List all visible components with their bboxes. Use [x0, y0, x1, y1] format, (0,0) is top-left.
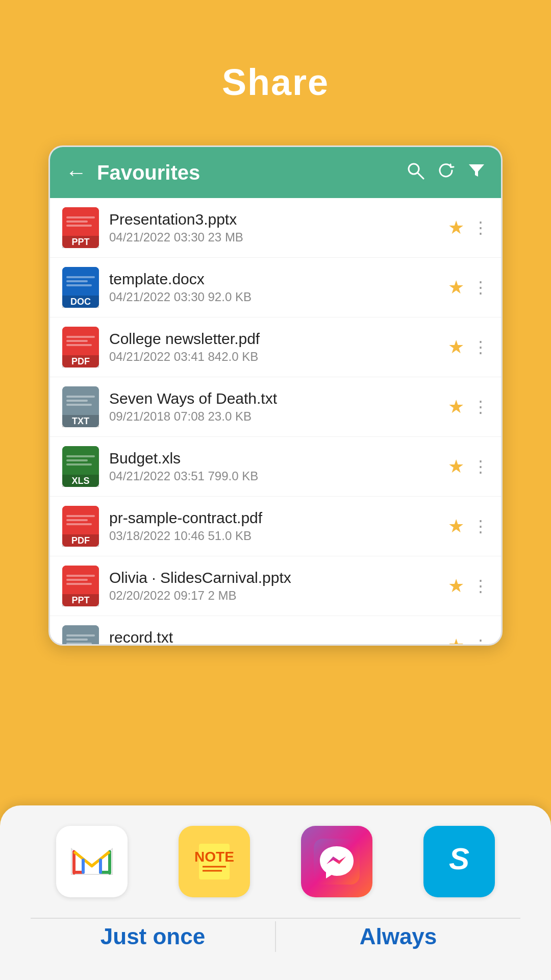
file-item[interactable]: XLS Budget.xls04/21/2022 03:51 799.0 KB★…	[50, 437, 501, 497]
file-info: Budget.xls04/21/2022 03:51 799.0 KB	[109, 450, 438, 483]
file-name: Presentation3.pptx	[109, 211, 438, 228]
file-type-icon: PPT	[62, 566, 99, 606]
button-row: Just once Always	[31, 919, 520, 954]
page-title: Share	[0, 0, 551, 103]
file-type-icon: TXT	[62, 386, 99, 427]
file-meta: 03/18/2022 10:46 51.0 KB	[109, 529, 438, 543]
star-icon[interactable]: ★	[448, 635, 464, 644]
star-icon[interactable]: ★	[448, 277, 464, 298]
gmail-icon	[56, 826, 128, 897]
refresh-icon[interactable]	[437, 161, 455, 184]
app-gmail[interactable]	[56, 826, 128, 897]
file-type-icon: PPT	[62, 207, 99, 248]
file-name: pr-sample-contract.pdf	[109, 509, 438, 527]
star-icon[interactable]: ★	[448, 336, 464, 358]
file-type-icon: XLS	[62, 446, 99, 487]
search-icon[interactable]	[406, 161, 424, 184]
star-icon[interactable]: ★	[448, 217, 464, 238]
file-info: record.txt11/04/2021 05:08 0.0 KB	[109, 629, 438, 644]
more-options-icon[interactable]: ⋮	[472, 337, 489, 357]
svg-rect-46	[66, 639, 88, 641]
fm-header: ← Favourites	[50, 147, 501, 198]
file-meta: 04/21/2022 03:30 23 MB	[109, 230, 438, 244]
more-options-icon[interactable]: ⋮	[472, 636, 489, 644]
svg-text:PDF: PDF	[71, 356, 90, 366]
svg-text:TXT: TXT	[72, 416, 89, 426]
file-item[interactable]: TXT record.txt11/04/2021 05:08 0.0 KB★⋮	[50, 616, 501, 644]
svg-rect-10	[66, 280, 88, 282]
svg-rect-40	[66, 579, 88, 581]
svg-text:NOTE: NOTE	[194, 849, 234, 865]
star-icon[interactable]: ★	[448, 396, 464, 418]
file-meta: 02/20/2022 09:17 2 MB	[109, 589, 438, 603]
svg-text:PPT: PPT	[71, 595, 89, 605]
file-name: Budget.xls	[109, 450, 438, 467]
file-info: pr-sample-contract.pdf03/18/2022 10:46 5…	[109, 509, 438, 543]
more-options-icon[interactable]: ⋮	[472, 278, 489, 297]
file-item[interactable]: DOC template.docx04/21/2022 03:30 92.0 K…	[50, 258, 501, 317]
svg-rect-15	[66, 336, 95, 338]
app-icons-row: NOTE	[31, 826, 520, 897]
star-icon[interactable]: ★	[448, 575, 464, 597]
fm-title: Favourites	[97, 161, 396, 184]
file-name: Seven Ways of Death.txt	[109, 390, 438, 407]
file-info: Presentation3.pptx04/21/2022 03:30 23 MB	[109, 211, 438, 244]
file-item[interactable]: PDF pr-sample-contract.pdf03/18/2022 10:…	[50, 497, 501, 556]
file-info: Olivia · SlidesCarnival.pptx02/20/2022 0…	[109, 569, 438, 603]
file-actions: ★⋮	[448, 336, 489, 358]
svg-text:XLS: XLS	[71, 476, 89, 486]
file-type-icon: PDF	[62, 327, 99, 368]
svg-rect-27	[66, 455, 95, 457]
app-note[interactable]: NOTE	[179, 826, 250, 897]
messenger-app-icon	[301, 826, 372, 897]
file-item[interactable]: PDF College newsletter.pdf04/21/2022 03:…	[50, 317, 501, 377]
more-options-icon[interactable]: ⋮	[472, 517, 489, 536]
svg-rect-39	[66, 575, 95, 577]
back-icon[interactable]: ←	[65, 160, 87, 185]
file-actions: ★⋮	[448, 217, 489, 238]
app-skype[interactable]: S	[423, 826, 495, 897]
svg-rect-33	[66, 515, 95, 517]
star-icon[interactable]: ★	[448, 516, 464, 537]
file-meta: 09/21/2018 07:08 23.0 KB	[109, 409, 438, 424]
svg-rect-35	[66, 523, 92, 525]
star-icon[interactable]: ★	[448, 456, 464, 477]
file-item[interactable]: TXT Seven Ways of Death.txt09/21/2018 07…	[50, 377, 501, 437]
svg-rect-45	[66, 634, 95, 636]
file-actions: ★⋮	[448, 456, 489, 477]
filter-icon[interactable]	[467, 161, 486, 184]
file-item[interactable]: PPT Olivia · SlidesCarnival.pptx02/20/20…	[50, 556, 501, 616]
file-manager-card: ← Favourites	[48, 145, 503, 646]
file-info: template.docx04/21/2022 03:30 92.0 KB	[109, 271, 438, 304]
svg-text:DOC: DOC	[70, 297, 91, 307]
svg-rect-3	[66, 216, 95, 218]
more-options-icon[interactable]: ⋮	[472, 397, 489, 416]
more-options-icon[interactable]: ⋮	[472, 218, 489, 237]
svg-text:S: S	[449, 842, 469, 876]
svg-rect-34	[66, 519, 88, 521]
more-options-icon[interactable]: ⋮	[472, 457, 489, 476]
svg-rect-22	[66, 400, 88, 402]
file-actions: ★⋮	[448, 516, 489, 537]
svg-rect-11	[66, 284, 92, 286]
just-once-button[interactable]: Just once	[31, 919, 275, 954]
svg-rect-29	[66, 463, 92, 465]
file-item[interactable]: PPT Presentation3.pptx04/21/2022 03:30 2…	[50, 198, 501, 258]
svg-rect-28	[66, 459, 88, 461]
file-actions: ★⋮	[448, 635, 489, 644]
note-app-icon: NOTE	[179, 826, 250, 897]
file-meta: 04/21/2022 03:41 842.0 KB	[109, 350, 438, 364]
svg-text:PPT: PPT	[71, 237, 89, 247]
file-name: template.docx	[109, 271, 438, 288]
file-info: Seven Ways of Death.txt09/21/2018 07:08 …	[109, 390, 438, 424]
app-messenger[interactable]	[301, 826, 372, 897]
file-meta: 04/21/2022 03:30 92.0 KB	[109, 290, 438, 304]
skype-app-icon: S	[423, 826, 495, 897]
file-list: PPT Presentation3.pptx04/21/2022 03:30 2…	[50, 198, 501, 644]
more-options-icon[interactable]: ⋮	[472, 576, 489, 596]
file-meta: 04/21/2022 03:51 799.0 KB	[109, 469, 438, 483]
always-button[interactable]: Always	[276, 919, 520, 954]
svg-text:PDF: PDF	[71, 535, 90, 546]
file-info: College newsletter.pdf04/21/2022 03:41 8…	[109, 330, 438, 364]
file-actions: ★⋮	[448, 396, 489, 418]
